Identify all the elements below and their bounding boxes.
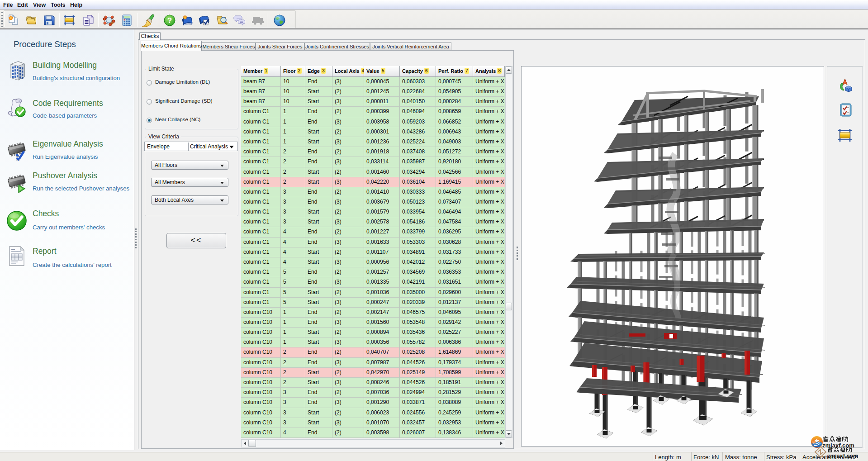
svg-text:?: ? bbox=[167, 16, 172, 25]
svg-text:zmjaxf.com: zmjaxf.com bbox=[827, 453, 858, 459]
